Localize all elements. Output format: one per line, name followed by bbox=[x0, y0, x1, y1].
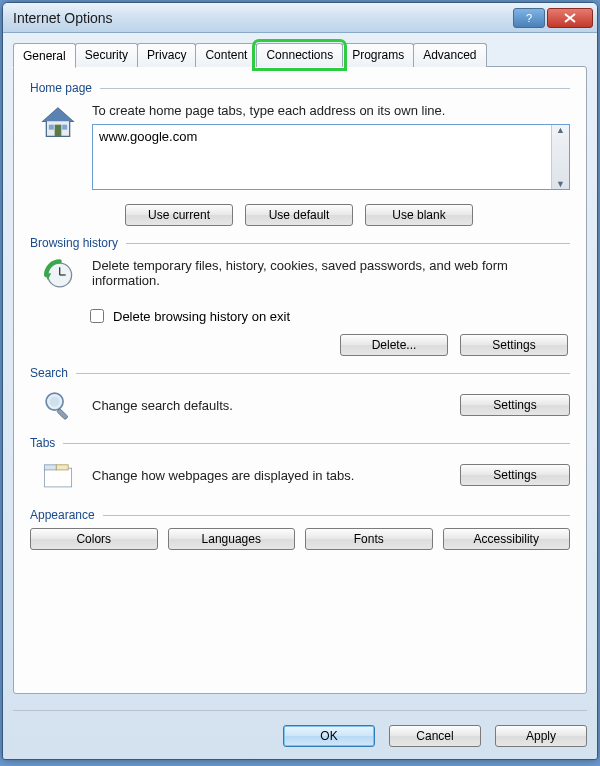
dialog-footer: OK Cancel Apply bbox=[13, 710, 587, 747]
tab-programs[interactable]: Programs bbox=[342, 43, 414, 67]
languages-button[interactable]: Languages bbox=[168, 528, 296, 550]
dialog-window: Internet Options ? General Security Priv… bbox=[2, 2, 598, 760]
group-tabs: Change how webpages are displayed in tab… bbox=[30, 452, 570, 498]
svg-rect-2 bbox=[55, 125, 62, 137]
divider bbox=[63, 443, 570, 444]
close-button[interactable] bbox=[547, 8, 593, 28]
history-icon bbox=[36, 258, 80, 292]
tabs-settings-button[interactable]: Settings bbox=[460, 464, 570, 486]
svg-rect-11 bbox=[57, 408, 68, 419]
help-button[interactable]: ? bbox=[513, 8, 545, 28]
tab-panel-general: Home page To create home page tabs, type… bbox=[13, 66, 587, 694]
group-title: Tabs bbox=[30, 436, 55, 450]
home-icon bbox=[36, 103, 80, 190]
search-settings-button[interactable]: Settings bbox=[460, 394, 570, 416]
tab-strip: General Security Privacy Content Connect… bbox=[13, 43, 587, 67]
tab-label: Programs bbox=[352, 48, 404, 62]
svg-rect-13 bbox=[44, 465, 56, 470]
tab-label: Security bbox=[85, 48, 128, 62]
delete-on-exit-row: Delete browsing history on exit bbox=[86, 306, 570, 326]
homepage-description: To create home page tabs, type each addr… bbox=[92, 103, 570, 118]
homepage-input-wrap: ▲ ▼ bbox=[92, 124, 570, 190]
tab-label: Advanced bbox=[423, 48, 476, 62]
checkbox-label: Delete browsing history on exit bbox=[113, 309, 290, 324]
divider bbox=[76, 373, 570, 374]
homepage-input[interactable] bbox=[93, 125, 551, 189]
tab-advanced[interactable]: Advanced bbox=[413, 43, 486, 67]
apply-button[interactable]: Apply bbox=[495, 725, 587, 747]
group-search: Change search defaults. Settings bbox=[30, 382, 570, 428]
tabs-description: Change how webpages are displayed in tab… bbox=[92, 468, 448, 483]
group-history-label: Browsing history bbox=[30, 236, 570, 250]
tab-label: Content bbox=[205, 48, 247, 62]
use-blank-button[interactable]: Use blank bbox=[365, 204, 473, 226]
scrollbar[interactable]: ▲ ▼ bbox=[551, 125, 569, 189]
tab-general[interactable]: General bbox=[13, 43, 76, 68]
delete-on-exit-checkbox[interactable] bbox=[90, 309, 104, 323]
tab-connections[interactable]: Connections bbox=[256, 43, 343, 67]
history-buttons: Delete... Settings bbox=[30, 334, 570, 356]
tabs-icon bbox=[36, 458, 80, 492]
tab-security[interactable]: Security bbox=[75, 43, 138, 67]
tab-label: General bbox=[23, 49, 66, 63]
svg-rect-4 bbox=[62, 125, 67, 130]
history-description: Delete temporary files, history, cookies… bbox=[92, 258, 570, 292]
scroll-down-icon[interactable]: ▼ bbox=[556, 179, 565, 189]
tab-label: Connections bbox=[266, 48, 333, 62]
dialog-content: General Security Privacy Content Connect… bbox=[3, 33, 597, 700]
search-icon bbox=[36, 388, 80, 422]
tab-privacy[interactable]: Privacy bbox=[137, 43, 196, 67]
group-title: Home page bbox=[30, 81, 92, 95]
group-homepage: To create home page tabs, type each addr… bbox=[30, 97, 570, 196]
homepage-buttons: Use current Use default Use blank bbox=[30, 204, 570, 226]
delete-history-button[interactable]: Delete... bbox=[340, 334, 448, 356]
use-default-button[interactable]: Use default bbox=[245, 204, 353, 226]
group-title: Browsing history bbox=[30, 236, 118, 250]
window-title: Internet Options bbox=[13, 10, 513, 26]
svg-rect-3 bbox=[49, 125, 54, 130]
cancel-button[interactable]: Cancel bbox=[389, 725, 481, 747]
group-search-label: Search bbox=[30, 366, 570, 380]
group-appearance-label: Appearance bbox=[30, 508, 570, 522]
ok-button[interactable]: OK bbox=[283, 725, 375, 747]
group-tabs-label: Tabs bbox=[30, 436, 570, 450]
group-history: Delete temporary files, history, cookies… bbox=[30, 252, 570, 298]
divider bbox=[126, 243, 570, 244]
group-homepage-label: Home page bbox=[30, 81, 570, 95]
divider bbox=[100, 88, 570, 89]
colors-button[interactable]: Colors bbox=[30, 528, 158, 550]
appearance-buttons: Colors Languages Fonts Accessibility bbox=[30, 528, 570, 550]
history-settings-button[interactable]: Settings bbox=[460, 334, 568, 356]
titlebar[interactable]: Internet Options ? bbox=[3, 3, 597, 33]
search-description: Change search defaults. bbox=[92, 398, 448, 413]
svg-rect-14 bbox=[56, 465, 68, 470]
group-title: Appearance bbox=[30, 508, 95, 522]
accessibility-button[interactable]: Accessibility bbox=[443, 528, 571, 550]
fonts-button[interactable]: Fonts bbox=[305, 528, 433, 550]
svg-point-10 bbox=[50, 397, 60, 407]
svg-rect-12 bbox=[44, 468, 71, 487]
divider bbox=[103, 515, 570, 516]
tab-content[interactable]: Content bbox=[195, 43, 257, 67]
group-title: Search bbox=[30, 366, 68, 380]
tab-label: Privacy bbox=[147, 48, 186, 62]
scroll-up-icon[interactable]: ▲ bbox=[556, 125, 565, 135]
use-current-button[interactable]: Use current bbox=[125, 204, 233, 226]
svg-marker-1 bbox=[43, 108, 73, 121]
